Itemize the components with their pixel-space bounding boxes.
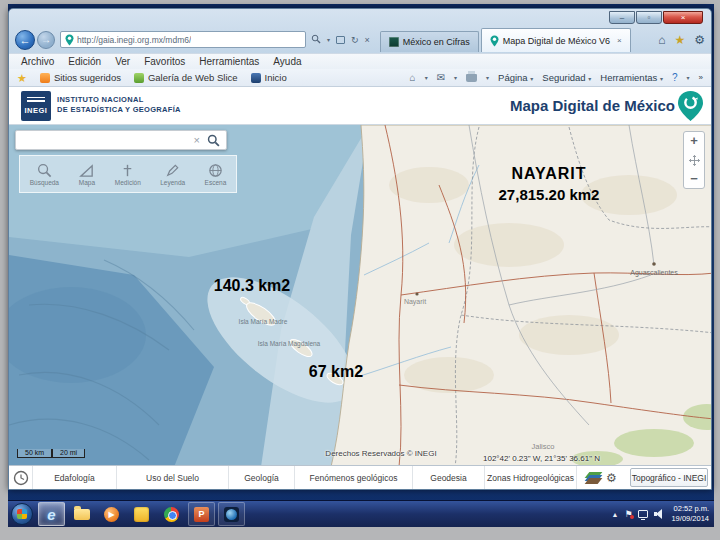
page-content: INEGI INSTITUTO NACIONAL DE ESTADÍSTICA … (9, 87, 711, 489)
pan-icon[interactable] (689, 155, 700, 166)
map-search-icon[interactable] (207, 134, 226, 147)
menu-herramientas[interactable]: Herramientas (199, 56, 259, 67)
help-dropdown-icon[interactable]: ▾ (687, 74, 690, 81)
favorites-star-icon[interactable]: ★ (674, 33, 685, 47)
overflow-chevron-icon[interactable]: » (699, 73, 703, 82)
tab-mapa-digital[interactable]: Mapa Digital de México V6 × (481, 28, 631, 52)
measure-icon (119, 162, 136, 179)
taskbar-media-player[interactable]: ▶ (98, 502, 125, 526)
tool-medicion[interactable]: Medición (115, 162, 141, 186)
mapa-digital-logo (677, 90, 704, 122)
tools-gear-icon[interactable]: ⚙ (694, 33, 705, 47)
feeds-icon[interactable]: ✉ (437, 72, 445, 83)
site-header: INEGI INSTITUTO NACIONAL DE ESTADÍSTICA … (9, 87, 711, 125)
favorite-inicio[interactable]: Inicio (251, 72, 287, 83)
layer-tab-geodesia[interactable]: Geodesia (413, 466, 485, 489)
taskbar-powerpoint[interactable]: P (188, 502, 215, 526)
tools-menu[interactable]: Herramientas ▾ (600, 72, 663, 83)
map-search-box[interactable]: × (15, 130, 227, 150)
page-menu[interactable]: Página ▾ (498, 72, 533, 83)
chrome-icon (164, 507, 179, 522)
clock-icon (13, 470, 29, 486)
tool-busqueda[interactable]: Búsqueda (30, 162, 59, 186)
command-bar: ⌂▾ ✉▾ ▾ Página ▾ Seguridad ▾ Herramienta… (410, 72, 703, 83)
menu-ayuda[interactable]: Ayuda (273, 56, 301, 67)
menu-favoritos[interactable]: Favoritos (144, 56, 185, 67)
menu-ver[interactable]: Ver (115, 56, 130, 67)
agency-name: INSTITUTO NACIONAL DE ESTADÍSTICA Y GEOG… (57, 95, 181, 115)
tab-label: México en Cifras (403, 37, 470, 47)
location-pin-icon (65, 34, 74, 46)
google-earth-icon (224, 507, 239, 522)
map-zoom-control: + − (683, 131, 705, 189)
taskbar-chrome[interactable] (158, 502, 185, 526)
favorite-sitios-sugeridos[interactable]: Sitios sugeridos (40, 72, 121, 83)
map-search-input[interactable] (16, 131, 187, 149)
help-icon[interactable]: ? (672, 72, 678, 83)
home-page-icon[interactable]: ⌂ (410, 72, 416, 83)
island-label-madre: Isla María Madre (239, 318, 288, 325)
settings-gear-icon[interactable]: ⚙ (606, 471, 617, 485)
map-attribution: Derechos Reservados © INEGI (301, 449, 461, 458)
start-button[interactable] (11, 503, 33, 525)
menu-edicion[interactable]: Edición (68, 56, 101, 67)
maximize-button[interactable]: ▫ (636, 11, 662, 24)
layer-tab-geologia[interactable]: Geología (229, 466, 295, 489)
refresh-icon[interactable]: ↻ (351, 35, 359, 45)
home-icon[interactable]: ⌂ (658, 33, 665, 47)
action-center-icon[interactable]: ⚑ (624, 509, 632, 519)
basemap-selector[interactable]: Topográfico - INEGI (630, 468, 708, 487)
clock-time: 02:52 p.m. (671, 504, 709, 514)
favorite-galeria-web-slice[interactable]: Galería de Web Slice (134, 72, 238, 83)
search-dropdown-icon[interactable]: ▾ (327, 36, 330, 43)
taskbar-google-earth[interactable] (218, 502, 245, 526)
volume-icon[interactable] (654, 509, 665, 519)
cursor-coordinates: 102°42' 0.23" W, 21°35' 36.61" N (454, 454, 629, 463)
close-button[interactable]: × (663, 11, 703, 24)
taskbar-messenger[interactable] (128, 502, 155, 526)
layer-tab-zonas-hidrogeologicas[interactable]: Zonas Hidrogeológicas (485, 466, 577, 489)
stop-icon[interactable]: × (365, 35, 370, 45)
state-label-nayarit: Nayarit (404, 298, 426, 306)
print-dropdown-icon[interactable]: ▾ (486, 74, 489, 81)
time-slider-button[interactable] (9, 466, 33, 489)
zoom-in-button[interactable]: + (690, 134, 698, 148)
folder-icon (74, 509, 90, 520)
layer-tab-uso-del-suelo[interactable]: Uso del Suelo (117, 466, 229, 489)
tab-mexico-en-cifras[interactable]: México en Cifras (380, 31, 479, 52)
taskbar-file-explorer[interactable] (68, 502, 95, 526)
browser-window: – ▫ × ← → http://gaia.inegi.org.mx/mdm6/… (8, 8, 712, 490)
compatibility-view-icon[interactable] (336, 36, 345, 44)
taskbar-internet-explorer[interactable]: e (38, 502, 65, 526)
menu-archivo[interactable]: Archivo (21, 56, 54, 67)
network-icon[interactable] (638, 510, 648, 518)
home-dropdown-icon[interactable]: ▾ (425, 74, 428, 81)
layer-tab-fenomenos-geologicos[interactable]: Fenómenos geológicos (295, 466, 413, 489)
add-favorite-button[interactable]: ★ (17, 73, 27, 83)
search-icon[interactable] (311, 34, 321, 46)
annotation-nayarit: NAYARIT 27,815.20 km2 (464, 165, 634, 203)
feeds-dropdown-icon[interactable]: ▾ (454, 74, 457, 81)
tray-expand-icon[interactable]: ▲ (611, 511, 618, 518)
tool-leyenda[interactable]: Leyenda (160, 162, 185, 186)
scale-bar: 50 km 20 mi (17, 449, 85, 458)
taskbar-clock[interactable]: 02:52 p.m. 19/09/2014 (671, 504, 709, 524)
zoom-out-button[interactable]: − (690, 172, 698, 186)
tab-label: Mapa Digital de México V6 (503, 36, 610, 46)
layer-tab-edafologia[interactable]: Edafología (33, 466, 117, 489)
tab-close-icon[interactable]: × (617, 36, 622, 45)
tool-escena[interactable]: Escena (205, 162, 227, 186)
map-toolbar: Búsqueda Mapa Medición Leyenda (19, 155, 237, 193)
safety-menu[interactable]: Seguridad ▾ (542, 72, 591, 83)
forward-button[interactable]: → (37, 31, 55, 49)
clear-search-icon[interactable]: × (187, 134, 207, 146)
map-viewport[interactable]: Isla María Madre Isla María Magdalena Na… (9, 125, 711, 465)
tool-mapa[interactable]: Mapa (78, 162, 95, 186)
minimize-button[interactable]: – (609, 11, 635, 24)
layers-icon[interactable] (587, 472, 601, 483)
back-button[interactable]: ← (15, 30, 35, 50)
address-bar[interactable]: http://gaia.inegi.org.mx/mdm6/ (60, 31, 306, 48)
print-icon[interactable] (466, 74, 477, 82)
desktop: – ▫ × ← → http://gaia.inegi.org.mx/mdm6/… (8, 4, 714, 527)
favorites-bar: ★ Sitios sugeridos Galería de Web Slice … (9, 69, 711, 87)
